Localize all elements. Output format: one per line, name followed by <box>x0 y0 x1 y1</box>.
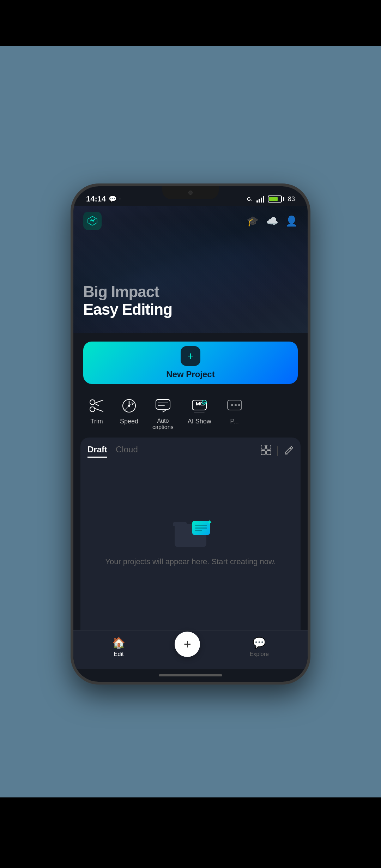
hero-text: Big Impact Easy Editing <box>83 283 172 319</box>
tab-divider <box>277 446 278 456</box>
tool-ai-show[interactable]: AI AI Show <box>181 392 218 435</box>
edit-nav-icon: 🏠 <box>112 637 125 649</box>
dot-indicator: · <box>119 196 121 202</box>
nav-right-icons: 🎓 ☁️ 👤 <box>247 215 298 227</box>
svg-rect-18 <box>261 445 265 449</box>
explore-nav-label: Explore <box>250 651 269 657</box>
hero-section: 🎓 ☁️ 👤 Big Impact Easy Editing <box>73 206 308 333</box>
phone-frame: 14:14 💬 · G. <box>71 183 310 685</box>
svg-rect-20 <box>261 451 265 455</box>
tool-auto-captions[interactable]: Autocaptions <box>145 392 181 435</box>
svg-point-17 <box>238 404 240 406</box>
hero-title-bold: Easy Editing <box>83 300 172 319</box>
hero-title-light: Big Impact <box>83 283 172 300</box>
home-bar <box>159 674 222 676</box>
new-project-section: + New Project <box>73 333 308 390</box>
status-icons-right: G. 83 <box>247 195 295 203</box>
edit-nav-label: Edit <box>114 651 124 657</box>
auto-captions-label: Autocaptions <box>152 418 174 430</box>
screen: 14:14 💬 · G. <box>73 186 308 682</box>
ai-show-label: AI Show <box>188 418 211 425</box>
black-bar-bottom <box>0 797 381 868</box>
svg-point-0 <box>90 400 95 405</box>
trim-label: Trim <box>90 418 103 425</box>
app-logo[interactable] <box>83 212 102 230</box>
empty-state: ✦ Your projects will appear here. Start … <box>87 463 294 623</box>
tools-row: Trim Speed <box>73 390 308 438</box>
fab-create-button[interactable]: + <box>175 632 200 657</box>
trim-icon <box>87 397 106 415</box>
battery-percent: 83 <box>288 195 295 203</box>
svg-rect-7 <box>156 399 170 409</box>
svg-rect-19 <box>267 445 271 449</box>
tab-draft[interactable]: Draft <box>87 445 107 458</box>
notch <box>162 186 219 199</box>
svg-point-1 <box>90 407 95 412</box>
new-project-button[interactable]: + New Project <box>83 342 298 384</box>
camera-dot <box>188 191 193 195</box>
empty-message: Your projects will appear here. Start cr… <box>105 556 276 567</box>
battery-icon <box>268 195 284 203</box>
signal-icon <box>256 195 264 203</box>
grid-view-icon[interactable] <box>261 445 272 457</box>
hero-nav: 🎓 ☁️ 👤 <box>73 206 308 236</box>
svg-point-16 <box>235 404 237 406</box>
home-indicator <box>73 669 308 682</box>
main-content: + New Project <box>73 333 308 669</box>
tool-speed[interactable]: Speed <box>113 392 145 435</box>
svg-text:AI: AI <box>203 401 206 404</box>
tool-more[interactable]: P... <box>218 392 251 435</box>
status-time: 14:14 💬 · <box>86 194 121 204</box>
sparkle-icon: ✦ <box>207 518 213 526</box>
battery-body <box>268 195 282 203</box>
svg-line-3 <box>94 408 103 411</box>
graduation-icon[interactable]: 🎓 <box>247 215 259 227</box>
nav-edit[interactable]: 🏠 Edit <box>112 637 125 657</box>
more-label: P... <box>230 418 239 425</box>
svg-line-4 <box>94 403 99 406</box>
more-tools-icon <box>225 397 244 415</box>
projects-tabs: Draft Cloud <box>87 445 294 458</box>
tool-trim[interactable]: Trim <box>80 392 113 435</box>
whatsapp-icon: 💬 <box>109 195 116 203</box>
speed-icon <box>120 397 138 415</box>
outer-wrapper: 14:14 💬 · G. <box>0 0 381 868</box>
tabs-right <box>261 445 294 457</box>
fab-icon: + <box>184 637 191 652</box>
plus-icon-wrapper: + <box>181 346 200 366</box>
new-project-label: New Project <box>166 369 214 379</box>
ai-show-icon: AI <box>190 397 208 415</box>
speed-label: Speed <box>120 418 138 425</box>
time-display: 14:14 <box>86 194 106 204</box>
nav-explore[interactable]: 💬 Explore <box>250 637 269 657</box>
auto-captions-icon <box>154 397 172 415</box>
bottom-nav: 🏠 Edit + 💬 Explore <box>73 630 308 669</box>
svg-rect-21 <box>267 451 271 455</box>
profile-icon[interactable]: 👤 <box>285 215 298 227</box>
cloud-icon[interactable]: ☁️ <box>266 215 278 227</box>
edit-icon[interactable] <box>284 445 294 457</box>
svg-line-2 <box>94 400 103 403</box>
folder-body: ✦ <box>175 524 206 547</box>
explore-nav-icon: 💬 <box>253 637 266 649</box>
tabs-left: Draft Cloud <box>87 445 138 458</box>
projects-section: Draft Cloud <box>80 438 301 630</box>
tab-cloud[interactable]: Cloud <box>116 445 138 458</box>
battery-tip <box>283 197 284 201</box>
svg-point-15 <box>231 404 233 406</box>
folder-illustration: ✦ <box>173 519 208 547</box>
plus-icon: + <box>187 350 194 362</box>
black-bar-top <box>0 0 381 46</box>
battery-fill <box>269 197 278 201</box>
carrier-label: G. <box>247 196 253 202</box>
